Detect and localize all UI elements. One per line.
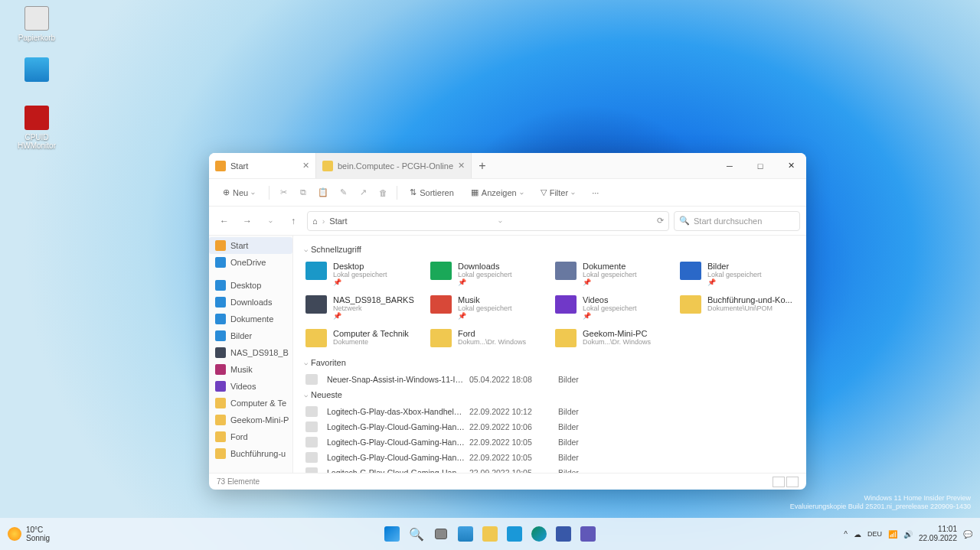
taskview-button[interactable]	[430, 523, 452, 545]
sidebar-item[interactable]: Dokumente	[209, 311, 292, 327]
volume-tray-icon[interactable]: 🔊	[903, 530, 913, 539]
start-button[interactable]	[381, 523, 403, 545]
sidebar-item[interactable]: Ford	[209, 428, 292, 445]
sidebar-item[interactable]: OneDrive	[209, 254, 292, 271]
quickaccess-item[interactable]: BilderLokal gespeichert📌	[678, 259, 795, 289]
sidebar-item[interactable]: Buchführung-u	[209, 445, 292, 462]
folder-icon	[322, 161, 333, 171]
sidebar-item[interactable]: Musik	[209, 361, 292, 378]
sidebar-item-label: Computer & Te	[230, 399, 286, 408]
sidebar-item[interactable]: Bilder	[209, 327, 292, 344]
language-tray[interactable]: DEU	[867, 530, 882, 538]
wifi-tray-icon[interactable]: 📶	[888, 530, 897, 539]
sidebar-item-label: Start	[230, 241, 248, 250]
home-icon	[215, 161, 226, 171]
new-tab-button[interactable]: +	[472, 153, 493, 178]
weather-widget[interactable]: 10°C Sonnig	[8, 526, 50, 542]
quickaccess-item[interactable]: VideosLokal gespeichert📌	[554, 292, 671, 323]
file-date: 22.09.2022 10:06	[469, 422, 554, 431]
file-date: 05.04.2022 18:08	[469, 375, 554, 384]
tab-start[interactable]: Start ✕	[209, 153, 316, 178]
file-date: 22.09.2022 10:12	[469, 407, 554, 416]
tab-close-button[interactable]: ✕	[458, 161, 465, 171]
quickaccess-item[interactable]: NAS_DS918_BARKSNetzwerk📌	[304, 292, 421, 323]
cut-icon[interactable]: ✂	[277, 187, 289, 199]
sidebar-item[interactable]: Desktop	[209, 277, 292, 294]
file-row[interactable]: Logitech-G-Play-Cloud-Gaming-Handheld_03…	[304, 434, 795, 450]
sidebar-item[interactable]: Computer & Te	[209, 395, 292, 412]
forward-button[interactable]: →	[238, 212, 256, 230]
quickaccess-item[interactable]: DokumenteLokal gespeichert📌	[554, 259, 671, 289]
qa-name: Ford	[458, 329, 526, 338]
quickaccess-item[interactable]: MusikLokal gespeichert📌	[429, 292, 546, 323]
clock[interactable]: 11:01 22.09.2022	[919, 525, 957, 543]
search-input[interactable]: 🔍 Start durchsuchen	[674, 211, 800, 231]
up-button[interactable]: ↑	[284, 212, 302, 230]
onedrive-tray-icon[interactable]: ☁	[854, 530, 861, 539]
tab-secondary[interactable]: bein.Computec - PCGH-Online ✕	[316, 153, 472, 178]
section-quickaccess-header[interactable]: ⌵ Schnellzugriff	[304, 245, 795, 254]
breadcrumb-dropdown[interactable]: ⌵	[498, 217, 502, 224]
view-grid-button[interactable]	[786, 477, 799, 487]
delete-icon[interactable]: 🗑	[377, 187, 389, 199]
view-button[interactable]: ▦ Anzeigen ⌵	[466, 184, 528, 200]
store-taskbar-icon[interactable]	[553, 523, 574, 545]
edge-taskbar-icon[interactable]	[528, 523, 550, 545]
pin-icon: 📌	[458, 312, 512, 320]
widgets-button[interactable]	[455, 523, 476, 545]
content-area: ⌵ Schnellzugriff DesktopLokal gespeicher…	[293, 236, 806, 473]
recent-dropdown[interactable]: ⌵	[261, 212, 279, 230]
sidebar-item[interactable]: NAS_DS918_B	[209, 344, 292, 361]
search-button[interactable]: 🔍	[406, 523, 427, 545]
refresh-button[interactable]: ⟳	[657, 216, 664, 226]
file-row[interactable]: Neuer-Snap-Assist-in-Windows-11-Insider-…	[304, 372, 795, 387]
sidebar-item[interactable]: Geekom-Mini-P	[209, 412, 292, 428]
sidebar-item[interactable]: Videos	[209, 378, 292, 395]
quickaccess-item[interactable]: DesktopLokal gespeichert📌	[304, 259, 421, 289]
maximize-button[interactable]: □	[745, 153, 776, 178]
explorer-taskbar-icon[interactable]	[479, 523, 501, 545]
qa-name: Buchführung-und-Ko...	[707, 295, 792, 304]
desktop-icon-hwmonitor[interactable]: CPUID HWMonitor	[14, 106, 60, 150]
section-favorites-header[interactable]: ⌵ Favoriten	[304, 358, 795, 367]
file-row[interactable]: Logitech-G-Play-Cloud-Gaming-Handheld_04…	[304, 419, 795, 434]
more-button[interactable]: ···	[587, 185, 603, 200]
notification-tray-icon[interactable]: 💬	[963, 530, 972, 539]
sidebar-item[interactable]: Start	[209, 237, 292, 254]
quickaccess-item[interactable]: Buchführung-und-Ko...Dokumente\Uni\POM	[678, 292, 795, 323]
filter-button[interactable]: ▽ Filter ⌵	[536, 184, 580, 200]
teams-taskbar-icon[interactable]	[577, 523, 599, 545]
desktop-icon-app2[interactable]	[14, 57, 60, 85]
view-details-button[interactable]	[773, 477, 785, 487]
quickaccess-item[interactable]: Geekom-Mini-PCDokum...\Dr. Windows	[554, 326, 671, 350]
sidebar-item-label: Dokumente	[230, 314, 273, 324]
quickaccess-item[interactable]: DownloadsLokal gespeichert📌	[429, 259, 546, 289]
folder-icon	[555, 262, 577, 280]
sidebar-item[interactable]: Downloads	[209, 294, 292, 311]
breadcrumb[interactable]: ⌂ › Start ⌵ ⟳	[307, 211, 669, 231]
rename-icon[interactable]: ✎	[337, 187, 349, 199]
quickaccess-item[interactable]: Computer & TechnikDokumente	[304, 326, 421, 350]
desktop-icon-recycle-bin[interactable]: Papierkorb	[14, 6, 60, 42]
close-button[interactable]: ✕	[776, 153, 806, 178]
sidebar-item-label: Desktop	[230, 281, 261, 290]
home-icon: ⌂	[312, 216, 318, 226]
tray-chevron-icon[interactable]: ^	[844, 530, 848, 539]
sort-button[interactable]: ⇅ Sortieren	[405, 184, 459, 200]
minimize-button[interactable]: ─	[714, 153, 745, 178]
share-icon[interactable]: ↗	[357, 187, 369, 199]
paste-icon[interactable]: 📋	[317, 187, 329, 199]
tab-close-button[interactable]: ✕	[302, 161, 309, 171]
file-row[interactable]: Logitech-G-Play-Cloud-Gaming-Handheld_02…	[304, 450, 795, 465]
recycle-bin-icon	[24, 6, 49, 31]
file-row[interactable]: Logitech-G-Play-das-Xbox-Handheld.jpg22.…	[304, 404, 795, 419]
copy-icon[interactable]: ⧉	[297, 187, 309, 199]
back-button[interactable]: ←	[215, 212, 234, 230]
app-taskbar-icon[interactable]	[504, 523, 525, 545]
file-date: 22.09.2022 10:05	[469, 438, 554, 447]
section-recent-header[interactable]: ⌵ Neueste	[304, 390, 795, 399]
new-button[interactable]: ⊕ Neu ⌵	[217, 184, 261, 200]
plus-icon: ⊕	[223, 187, 230, 197]
quickaccess-item[interactable]: FordDokum...\Dr. Windows	[429, 326, 546, 350]
file-row[interactable]: Logitech-G-Play-Cloud-Gaming-Handheld_01…	[304, 465, 795, 473]
